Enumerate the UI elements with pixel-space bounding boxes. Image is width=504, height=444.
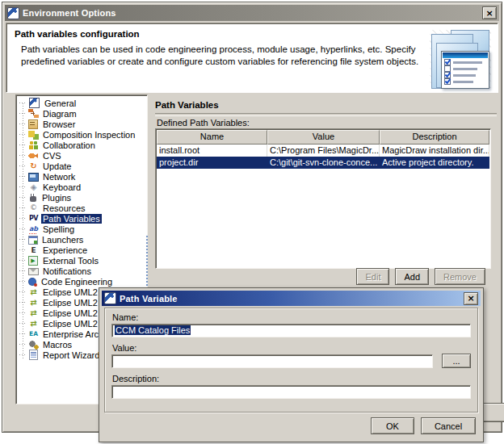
launchers-icon [28,236,38,245]
table-row-project-dir[interactable]: project.dir C:\git\git-svn-clone-conce..… [157,157,489,169]
tree-item-external-tools[interactable]: ▶External Tools [16,255,147,266]
column-header-value[interactable]: Value [267,130,380,145]
tree-item-diagram[interactable]: Diagram [16,108,147,119]
modal-title-bar[interactable]: Path Variable × [102,291,481,306]
network-icon [28,173,39,182]
description-label: Description: [112,374,159,383]
browse-button[interactable]: ... [442,354,471,368]
resources-icon: © [28,203,39,213]
eclipse-uml2-icon: ⇄ [28,298,39,308]
enterprise-architect-icon: EA [28,329,39,339]
tree-item-composition-inspection[interactable]: Composition Inspection [16,129,147,140]
value-label: Value: [112,343,136,353]
browser-icon [28,119,38,129]
splitter-handle[interactable] [145,235,149,293]
eclipse-uml2-icon: ⇄ [28,308,39,318]
panel-title-separator [155,113,497,116]
modal-title: Path Variable [120,294,460,304]
add-button[interactable]: Add [395,268,429,285]
tree-item-general[interactable]: General [16,98,147,108]
tree-item-experience[interactable]: EExperience [16,245,147,255]
close-icon[interactable]: × [464,292,478,305]
page-title: Path variables configuration [15,29,498,39]
defined-path-variables-label: Defined Path Variables: [157,118,250,128]
external-tools-icon: ▶ [28,256,38,266]
tree-item-collaboration[interactable]: Collaboration [16,140,147,150]
path-variables-table: Name Value Description install.root C:\P… [155,128,491,269]
macros-icon [28,340,39,350]
keyboard-icon: ◈ [28,182,39,192]
code-engineering-icon [28,278,36,286]
experience-icon: E [28,245,39,255]
close-icon[interactable]: × [482,6,497,19]
document-checklist-icon [430,30,491,88]
header-panel: Path variables configuration Path variab… [6,23,498,93]
name-field[interactable]: CCM Catalog Files [111,324,471,337]
panel-title: Path Variables [155,100,219,110]
general-icon [29,98,40,108]
modal-button-row: OK Cancel [371,417,476,434]
checklist-card [441,51,489,89]
cell-name: install.root [157,145,267,157]
composition-inspection-icon [28,130,39,140]
tree-item-network[interactable]: Network [16,171,147,182]
diagram-icon [28,109,39,119]
tree-item-plugins[interactable]: Plugins [16,192,147,203]
tree-item-code-engineering[interactable]: Code Engineering [16,276,147,287]
tree-item-resources[interactable]: ©Resources [16,203,147,213]
checklist-text-line [453,68,477,70]
checkbox-checked-icon [444,78,451,85]
spelling-icon: ab [28,224,39,234]
collaboration-icon [28,140,39,150]
cell-value: C:\Program Files\MagicDr... [267,145,380,157]
window-title: Environment Options [23,8,479,18]
tree-item-notifications[interactable]: Notifications [16,266,147,276]
checkbox-checked-icon [444,59,451,65]
column-header-description[interactable]: Description [380,130,489,145]
cvs-icon [28,151,39,161]
table-header-row: Name Value Description [157,130,489,145]
table-row-install-root[interactable]: install.root C:\Program Files\MagicDr...… [157,145,489,157]
main-title-bar[interactable]: Environment Options × [5,5,499,21]
tree-item-keyboard[interactable]: ◈Keyboard [16,182,147,192]
cancel-button[interactable]: Cancel [421,417,476,434]
tree-item-path-variables[interactable]: PVPath Variables [16,213,147,224]
selected-text: CCM Catalog Files [115,325,191,335]
table-button-row: Edit Add Remove [356,268,485,285]
checklist-text-line [453,81,473,83]
description-field[interactable] [111,385,471,399]
modal-form-panel: Name: CCM Catalog Files Value: ... Descr… [104,308,478,413]
notifications-icon [28,268,39,275]
edit-button[interactable]: Edit [356,268,389,285]
tree-item-update[interactable]: ↻Update [16,161,147,171]
checklist-text-line [453,74,476,77]
remove-button[interactable]: Remove [435,268,485,285]
cell-description: MagicDraw installation dir... [380,145,489,157]
value-field[interactable] [111,354,433,368]
tree-item-browser[interactable]: Browser [16,119,147,129]
eclipse-uml2-icon: ⇄ [28,319,39,329]
path-variables-icon: PV [28,214,39,224]
page-description: Path variables can be used in code engin… [21,44,429,68]
tree-item-spelling[interactable]: abSpelling [16,224,147,234]
update-icon: ↻ [28,161,39,171]
checklist-titlebar [443,52,488,58]
app-icon [7,7,19,19]
report-wizard-icon [29,350,38,360]
cell-description: Active project directory. [380,157,489,169]
name-label: Name: [112,312,138,322]
path-variable-dialog: Path Variable × Name: CCM Catalog Files … [99,287,484,442]
tree-item-cvs[interactable]: CVS [16,150,147,161]
ok-button[interactable]: OK [371,417,414,434]
cell-name: project.dir [157,157,267,169]
app-icon [104,292,116,304]
checklist-text-line [453,61,482,64]
plugins-icon [30,196,36,202]
eclipse-uml2-icon: ⇄ [28,287,39,297]
cell-value: C:\git\git-svn-clone-conce... [267,157,380,169]
tree-item-launchers[interactable]: Launchers [16,234,147,245]
column-header-name[interactable]: Name [157,130,267,145]
